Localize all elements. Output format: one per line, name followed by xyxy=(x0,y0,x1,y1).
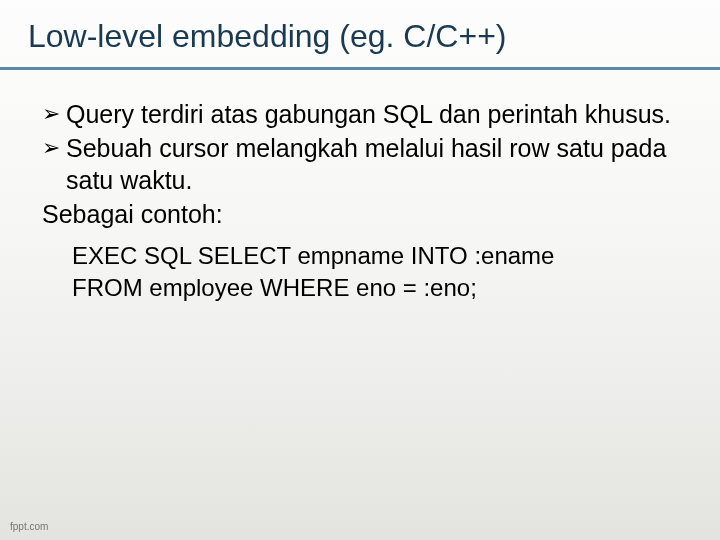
bullet-item: ➢ Query terdiri atas gabungan SQL dan pe… xyxy=(42,98,678,130)
slide-title: Low-level embedding (eg. C/C++) xyxy=(28,18,692,55)
title-area: Low-level embedding (eg. C/C++) xyxy=(0,0,720,63)
content-area: ➢ Query terdiri atas gabungan SQL dan pe… xyxy=(0,70,720,303)
bullet-text: Sebuah cursor melangkah melalui hasil ro… xyxy=(66,132,678,196)
bullet-text: Query terdiri atas gabungan SQL dan peri… xyxy=(66,98,678,130)
footer-text: fppt.com xyxy=(10,521,48,532)
example-label: Sebagai contoh: xyxy=(42,198,678,230)
code-line: FROM employee WHERE eno = :eno; xyxy=(72,272,678,304)
code-block: EXEC SQL SELECT empname INTO :ename FROM… xyxy=(72,240,678,303)
arrow-icon: ➢ xyxy=(42,100,60,128)
code-line: EXEC SQL SELECT empname INTO :ename xyxy=(72,240,678,272)
arrow-icon: ➢ xyxy=(42,134,60,162)
bullet-item: ➢ Sebuah cursor melangkah melalui hasil … xyxy=(42,132,678,196)
